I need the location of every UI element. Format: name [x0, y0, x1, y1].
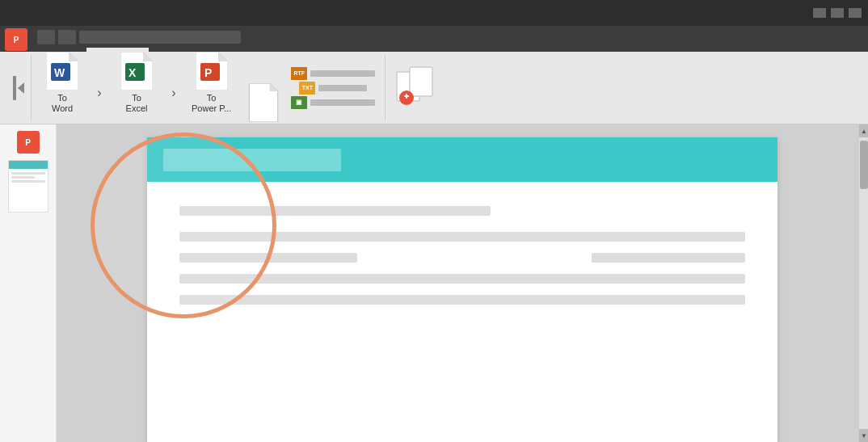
- arrow-to-excel: ›: [93, 85, 106, 101]
- doc-line-1: [179, 206, 491, 216]
- arrow-to-powerpoint: ›: [167, 85, 180, 101]
- scroll-thumb[interactable]: [860, 141, 868, 189]
- doc-header-bar: [147, 137, 777, 182]
- doc-content: [147, 182, 777, 340]
- word-file-icon: W: [46, 52, 78, 91]
- doc-line-left: [179, 253, 357, 263]
- maximize-button[interactable]: [831, 8, 844, 18]
- svg-rect-20: [406, 94, 407, 99]
- doc-line-3: [179, 274, 745, 284]
- pdf-tools-section: [386, 55, 445, 120]
- thumb-content: [9, 169, 48, 186]
- svg-text:P: P: [204, 66, 212, 79]
- search-bar[interactable]: [79, 31, 241, 44]
- main-area: P: [0, 124, 868, 442]
- scrollbar[interactable]: ▲ ▼: [858, 124, 868, 442]
- txt-bar: [318, 85, 367, 91]
- title-bar: [0, 0, 868, 26]
- document-area: ▲ ▼: [57, 124, 868, 442]
- doc-header-placeholder: [163, 149, 341, 171]
- doc-line-2: [179, 232, 745, 242]
- scroll-up-button[interactable]: ▲: [859, 124, 868, 137]
- left-sidebar: P: [0, 124, 57, 442]
- window-controls: [813, 8, 862, 18]
- ribbon-nav-icon: [11, 60, 26, 116]
- doc-line-right: [592, 253, 745, 263]
- img-bar: [310, 99, 375, 106]
- other-file-icon: [247, 83, 270, 114]
- sidebar-pdf-icon[interactable]: P: [17, 131, 40, 154]
- excel-file-icon: X: [120, 52, 153, 91]
- minimize-button[interactable]: [813, 8, 826, 18]
- txt-tool[interactable]: TXT: [299, 82, 367, 95]
- scroll-down-button[interactable]: ▼: [859, 429, 868, 442]
- to-word-label: ToWord: [52, 93, 73, 114]
- ribbon-nav-section: [6, 55, 32, 120]
- img-tool[interactable]: ▣: [291, 96, 375, 109]
- txt-icon: TXT: [299, 82, 315, 95]
- convert-to-word-button[interactable]: W ToWord: [38, 48, 86, 117]
- to-excel-label: ToExcel: [126, 93, 148, 114]
- svg-rect-17: [410, 67, 432, 96]
- to-powerpoint-label: ToPower P...: [192, 93, 231, 114]
- svg-marker-3: [69, 52, 78, 61]
- app-logo: P: [5, 28, 27, 51]
- convert-to-powerpoint-button[interactable]: P ToPower P...: [187, 48, 236, 117]
- convert-to-excel-button[interactable]: X ToExcel: [112, 48, 161, 117]
- close-button[interactable]: [849, 8, 862, 18]
- svg-marker-1: [18, 82, 24, 94]
- svg-marker-7: [143, 52, 153, 61]
- rtf-tool[interactable]: RTF: [291, 67, 375, 80]
- qa-button-2[interactable]: [58, 30, 76, 44]
- pdf-tools-icon[interactable]: [395, 65, 436, 110]
- svg-text:X: X: [129, 66, 137, 79]
- doc-line-4: [179, 295, 745, 305]
- svg-text:W: W: [54, 66, 65, 79]
- text-tools-section: RTF TXT ▣: [281, 55, 386, 120]
- doc-row-1: [179, 253, 745, 263]
- document-page: [147, 137, 777, 442]
- rtf-bar: [310, 70, 375, 77]
- page-thumbnail[interactable]: [8, 160, 48, 213]
- svg-rect-0: [13, 76, 16, 100]
- powerpoint-file-icon: P: [196, 52, 228, 91]
- rtf-icon: RTF: [291, 67, 307, 80]
- img-icon: ▣: [291, 96, 307, 109]
- thumb-header: [9, 161, 48, 169]
- convert-other-button[interactable]: [242, 80, 275, 117]
- convert-group: W ToWord › X ToExcel ›: [32, 55, 281, 120]
- quick-access-toolbar: [31, 27, 247, 48]
- ribbon-body: W ToWord › X ToExcel ›: [0, 52, 868, 124]
- qa-button-1[interactable]: [37, 30, 55, 44]
